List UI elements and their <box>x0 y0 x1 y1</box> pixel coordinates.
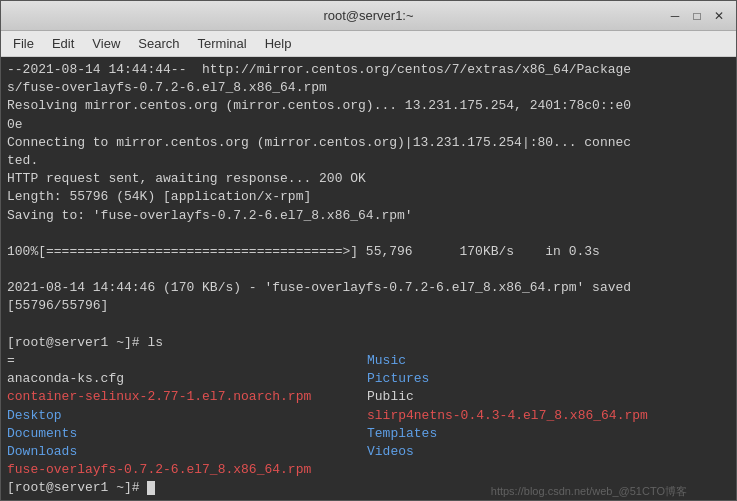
terminal-line-9: Saving to: 'fuse-overlayfs-0.7.2-6.el7_8… <box>7 207 730 225</box>
terminal-line-progress: 100%[===================================… <box>7 243 730 261</box>
terminal-prompt-ls: [root@server1 ~]# ls <box>7 334 730 352</box>
terminal-line-8: Length: 55796 (54K) [application/x-rpm] <box>7 188 730 206</box>
terminal-line-7: HTTP request sent, awaiting response... … <box>7 170 730 188</box>
menu-terminal[interactable]: Terminal <box>190 34 255 53</box>
terminal-line-1: --2021-08-14 14:44:44-- http://mirror.ce… <box>7 61 730 79</box>
ls-col-right: Music Pictures Public slirp4netns-0.4.3-… <box>367 352 730 479</box>
terminal-line-2: s/fuse-overlayfs-0.7.2-6.el7_8.x86_64.rp… <box>7 79 730 97</box>
ls-output: = anaconda-ks.cfg container-selinux-2.77… <box>7 352 730 479</box>
title-bar: root@server1:~ ─ □ ✕ <box>1 1 736 31</box>
ls-item-public: Public <box>367 388 730 406</box>
terminal-line-10 <box>7 225 730 243</box>
terminal-line-6: ted. <box>7 152 730 170</box>
menu-edit[interactable]: Edit <box>44 34 82 53</box>
window-title: root@server1:~ <box>323 8 413 23</box>
ls-item-container-selinux: container-selinux-2.77-1.el7.noarch.rpm <box>7 388 367 406</box>
ls-item-fuse-overlayfs: fuse-overlayfs-0.7.2-6.el7_8.x86_64.rpm <box>7 461 367 479</box>
terminal-line-4: 0e <box>7 116 730 134</box>
terminal-window: root@server1:~ ─ □ ✕ File Edit View Sear… <box>0 0 737 501</box>
ls-item-downloads: Downloads <box>7 443 367 461</box>
watermark: https://blog.csdn.net/web_@51CTO博客 <box>491 484 687 499</box>
ls-item-videos: Videos <box>367 443 730 461</box>
ls-item-equals: = <box>7 352 367 370</box>
terminal-line-5: Connecting to mirror.centos.org (mirror.… <box>7 134 730 152</box>
ls-item-pictures: Pictures <box>367 370 730 388</box>
minimize-button[interactable]: ─ <box>666 7 684 25</box>
maximize-button[interactable]: □ <box>688 7 706 25</box>
window-controls: ─ □ ✕ <box>666 7 728 25</box>
terminal-content[interactable]: --2021-08-14 14:44:44-- http://mirror.ce… <box>1 57 736 500</box>
ls-item-music: Music <box>367 352 730 370</box>
menu-help[interactable]: Help <box>257 34 300 53</box>
ls-item-templates: Templates <box>367 425 730 443</box>
terminal-line-11 <box>7 261 730 279</box>
ls-item-slirp4netns: slirp4netns-0.4.3-4.el7_8.x86_64.rpm <box>367 407 730 425</box>
terminal-line-3: Resolving mirror.centos.org (mirror.cent… <box>7 97 730 115</box>
terminal-cursor <box>147 481 155 495</box>
menu-file[interactable]: File <box>5 34 42 53</box>
ls-item-desktop: Desktop <box>7 407 367 425</box>
terminal-line-13: [55796/55796] <box>7 297 730 315</box>
menu-bar: File Edit View Search Terminal Help <box>1 31 736 57</box>
ls-item-documents: Documents <box>7 425 367 443</box>
terminal-line-12: 2021-08-14 14:44:46 (170 KB/s) - 'fuse-o… <box>7 279 730 297</box>
close-button[interactable]: ✕ <box>710 7 728 25</box>
menu-search[interactable]: Search <box>130 34 187 53</box>
terminal-line-14 <box>7 316 730 334</box>
ls-item-anaconda: anaconda-ks.cfg <box>7 370 367 388</box>
ls-col-left: = anaconda-ks.cfg container-selinux-2.77… <box>7 352 367 479</box>
menu-view[interactable]: View <box>84 34 128 53</box>
